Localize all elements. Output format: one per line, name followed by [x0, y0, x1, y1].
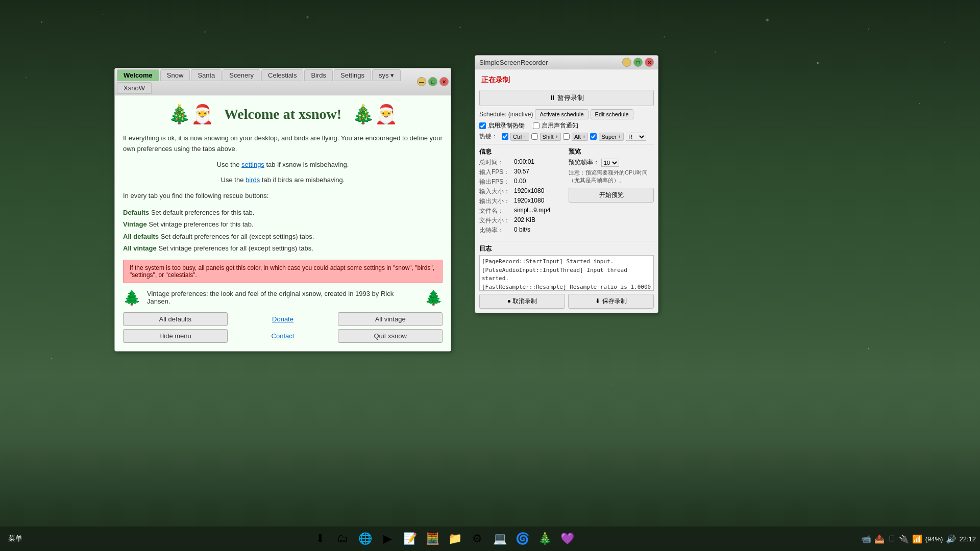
- tab-santa[interactable]: Santa: [191, 69, 222, 81]
- snow-particle: ·: [944, 41, 945, 44]
- snow-particle: *: [41, 20, 42, 25]
- taskbar-right: 📹 📤 🖥 🔌 📶 (94%) 🔊 22:12: [861, 534, 976, 544]
- taskbar-download-icon[interactable]: ⬇: [310, 529, 330, 549]
- hotkey-row: 热键： Ctrl + Shift + Alt + Super + R: [479, 132, 654, 141]
- taskbar-browser-icon[interactable]: 🌐: [355, 529, 375, 549]
- tab-sys[interactable]: sys: [372, 69, 401, 81]
- key-select[interactable]: R: [626, 133, 646, 141]
- usb-tray-icon[interactable]: 🔌: [899, 534, 909, 544]
- ctrl-checkbox[interactable]: [502, 133, 508, 140]
- preview-fps-row: 预览帧率： 10 5 20 30: [569, 158, 654, 167]
- taskbar-xmas-icon[interactable]: 🎄: [534, 529, 555, 549]
- snow-particle: ·: [102, 13, 103, 16]
- tab-settings[interactable]: Settings: [334, 69, 371, 81]
- time-label: 22:12: [959, 535, 976, 543]
- maximize-button[interactable]: □: [428, 77, 437, 86]
- file-size-row: 文件大小： 202 KiB: [479, 216, 565, 225]
- snow-particle: *: [204, 31, 206, 34]
- vintage-desc: Set vintage preferences for this tab.: [149, 220, 253, 228]
- close-button[interactable]: ✕: [439, 77, 449, 86]
- all-defaults-button[interactable]: All defaults: [123, 312, 228, 326]
- audio-notify-checkbox[interactable]: [533, 122, 540, 129]
- xsnow-window: Welcome Snow Santa Scenery Celestials Bi…: [114, 68, 451, 352]
- log-label: 日志: [479, 244, 654, 253]
- taskbar-edge-icon[interactable]: 🌀: [512, 529, 532, 549]
- info-column: 信息 总时间： 0:00:01 输入FPS： 30.57 输出FPS： 0.00: [479, 147, 565, 238]
- cancel-recording-button[interactable]: ● 取消录制: [479, 294, 565, 309]
- tab-xsnow[interactable]: XsnoW: [117, 82, 152, 94]
- total-time-val: 0:00:01: [514, 158, 534, 167]
- taskbar-settings-icon[interactable]: ⚙: [467, 529, 487, 549]
- tab-snow[interactable]: Snow: [160, 69, 190, 81]
- rescue-section: Defaults Set default preferences for thi…: [123, 207, 443, 255]
- tab-scenery[interactable]: Scenery: [223, 69, 260, 81]
- file-size-key: 文件大小：: [479, 216, 510, 225]
- ssr-maximize-button[interactable]: □: [633, 58, 643, 67]
- taskbar-vm-icon[interactable]: 💻: [489, 529, 510, 549]
- ctrl-key: Ctrl +: [510, 133, 529, 141]
- taskbar-menu-button[interactable]: 菜单: [4, 532, 27, 545]
- start-preview-button[interactable]: 开始预览: [569, 188, 654, 203]
- audio-notify-label: 启用声音通知: [542, 121, 578, 130]
- share-tray-icon[interactable]: 📤: [874, 534, 885, 544]
- quit-xsnow-button[interactable]: Quit xsnow: [338, 329, 443, 343]
- taskbar-files-icon[interactable]: 🗂: [332, 529, 353, 549]
- ssr-close-button[interactable]: ✕: [645, 58, 654, 67]
- shift-key: Shift +: [540, 133, 561, 141]
- bottom-buttons: All defaults Donate All vintage Hide men…: [123, 312, 443, 343]
- wifi-tray-icon[interactable]: 📶: [912, 534, 922, 544]
- bitrate-row: 比特率： 0 bit/s: [479, 226, 565, 235]
- edit-schedule-button[interactable]: Edit schedule: [591, 109, 633, 119]
- activate-schedule-button[interactable]: Activate schedule: [535, 109, 588, 119]
- hide-menu-button[interactable]: Hide menu: [123, 329, 228, 343]
- monitor-tray-icon[interactable]: 🖥: [888, 534, 896, 543]
- save-recording-button[interactable]: ⬇ 保存录制: [568, 294, 654, 309]
- shift-checkbox[interactable]: [531, 133, 538, 140]
- defaults-desc: Set default preferences for this tab.: [151, 209, 254, 216]
- info-label: 信息: [479, 147, 492, 156]
- log-box[interactable]: [PageRecord::StartInput] Started input. …: [479, 255, 654, 291]
- tab-celestials[interactable]: Celestials: [261, 69, 303, 81]
- total-time-key: 总时间：: [479, 158, 510, 167]
- log-line-1: [PageRecord::StartInput] Started input.: [482, 258, 651, 266]
- donate-button[interactable]: Donate: [231, 312, 335, 326]
- xsnow-window-controls: — □ ✕: [417, 77, 449, 86]
- alt-checkbox[interactable]: [563, 133, 570, 140]
- input-size-row: 输入大小： 980x551: [479, 187, 565, 196]
- settings-link[interactable]: settings: [241, 161, 264, 168]
- tree-right-icon: 🌲: [425, 289, 443, 306]
- camera-tray-icon[interactable]: 📹: [861, 534, 871, 544]
- contact-button[interactable]: Contact: [231, 329, 335, 343]
- taskbar-calc-icon[interactable]: 🧮: [422, 529, 443, 549]
- vintage-text: Vintage preferences: the look and feel o…: [147, 290, 419, 305]
- taskbar-notes-icon[interactable]: 📝: [400, 529, 420, 549]
- taskbar-folder-icon[interactable]: 📁: [445, 529, 465, 549]
- birds-link[interactable]: birds: [246, 176, 260, 184]
- ssr-minimize-button[interactable]: —: [622, 58, 631, 67]
- tab-birds[interactable]: Birds: [304, 69, 333, 81]
- taskbar-media-icon[interactable]: ▶: [377, 529, 398, 549]
- hotkey-checkbox[interactable]: [479, 122, 486, 129]
- pause-recording-button[interactable]: ⏸ 暂停录制: [479, 90, 654, 106]
- preview-note: 注意：预览需要额外的CPU时间（尤其是高帧率的）。: [569, 169, 654, 185]
- output-size-val: 980x551: [514, 197, 544, 206]
- output-size-key: 输出大小：: [479, 197, 510, 206]
- log-line-2: [PulseAudioInput::InputThread] Input thr…: [482, 266, 651, 283]
- ssr-window: SimpleScreenRecorder — □ ✕ 正在录制 ⏸ 暂停录制 S…: [475, 55, 658, 313]
- tab-welcome[interactable]: Welcome: [117, 69, 159, 81]
- taskbar-app-icon[interactable]: 💜: [557, 529, 577, 549]
- input-fps-row: 输入FPS： 30.57: [479, 168, 565, 177]
- bitrate-val: 0 bit/s: [514, 226, 530, 235]
- preview-fps-select[interactable]: 10 5 20 30: [601, 159, 619, 167]
- minimize-button[interactable]: —: [417, 77, 426, 86]
- volume-tray-icon[interactable]: 🔊: [946, 534, 956, 544]
- file-size-val: 202 KiB: [514, 216, 535, 225]
- all-vintage-button[interactable]: All vintage: [338, 312, 443, 326]
- taskbar: 菜单 ⬇ 🗂 🌐 ▶ 📝 🧮 📁 ⚙ 💻 🌀 🎄 💜 📹 📤 🖥 🔌 📶 (94…: [0, 527, 980, 551]
- super-checkbox[interactable]: [590, 133, 597, 140]
- snow-particle: ·: [561, 10, 562, 13]
- info-table: 总时间： 0:00:01 输入FPS： 30.57 输出FPS： 0.00 输入…: [479, 158, 565, 235]
- xsnow-content: 🎄🎅 Welcome at xsnow! 🎄🎅 If everything is…: [115, 95, 451, 351]
- rescue-header: In every tab you find the following resc…: [123, 191, 443, 202]
- tree-left-icon: 🌲: [123, 289, 141, 306]
